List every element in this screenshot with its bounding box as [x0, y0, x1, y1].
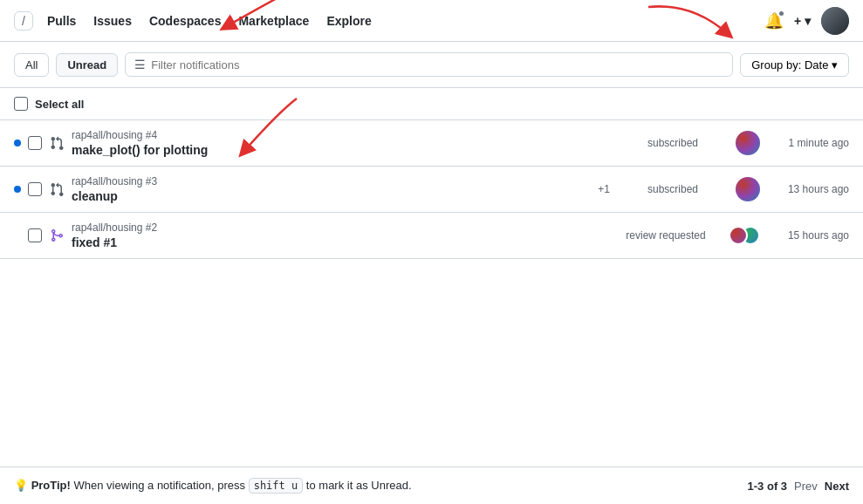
- pr-icon: [49, 135, 65, 151]
- notif-avatar-1: [729, 226, 748, 245]
- notif-content: rap4all/housing #4 make_plot() for plott…: [72, 129, 603, 157]
- row-checkbox[interactable]: [28, 182, 42, 196]
- footer: 💡 ProTip! When viewing a notification, p…: [0, 467, 863, 504]
- shortcut-kbd: shift u: [249, 478, 304, 494]
- nav-pulls[interactable]: Pulls: [47, 14, 76, 28]
- nav-issues[interactable]: Issues: [93, 14, 132, 28]
- notif-reason: subscribed: [620, 183, 725, 195]
- nav-right: 🔔 + ▾: [764, 7, 849, 35]
- notif-title[interactable]: make_plot() for plotting: [72, 143, 603, 157]
- unread-dot: [14, 232, 21, 239]
- table-row: rap4all/housing #3 cleanup +1 subscribed…: [0, 167, 863, 213]
- filter-bar: All Unread ☰ Group by: Date ▾: [0, 42, 863, 88]
- select-all-row: Select all: [0, 88, 863, 120]
- notif-content: rap4all/housing #2 fixed #1: [72, 221, 596, 249]
- protip-text: When viewing a notification, press: [71, 479, 249, 492]
- select-all-checkbox[interactable]: [14, 97, 28, 111]
- notif-time: 15 hours ago: [771, 229, 849, 242]
- top-nav: / Pulls Issues Codespaces Marketplace Ex…: [0, 0, 863, 42]
- table-row: rap4all/housing #4 make_plot() for plott…: [0, 120, 863, 167]
- notif-title[interactable]: cleanup: [72, 189, 591, 203]
- pr-icon: [49, 181, 65, 197]
- notif-avatar: [736, 177, 760, 201]
- bell-wrapper[interactable]: 🔔: [764, 11, 784, 31]
- notification-dot: [777, 10, 785, 17]
- nav-links: Pulls Issues Codespaces Marketplace Expl…: [47, 14, 764, 28]
- notif-meta: review requested 15 hours ago: [603, 226, 849, 245]
- notif-avatar-group: [729, 226, 760, 245]
- notif-title[interactable]: fixed #1: [72, 235, 596, 249]
- notif-repo: rap4all/housing #4: [72, 129, 603, 141]
- table-row: rap4all/housing #2 fixed #1 review reque…: [0, 213, 863, 259]
- nav-explore[interactable]: Explore: [326, 14, 371, 28]
- notif-content: rap4all/housing #3 cleanup: [72, 175, 591, 203]
- protip-suffix: to mark it as Unread.: [303, 479, 411, 492]
- notif-time: 13 hours ago: [771, 183, 849, 195]
- notif-time: 1 minute ago: [771, 137, 849, 149]
- slash-button[interactable]: /: [14, 11, 33, 31]
- select-all-label: Select all: [35, 98, 84, 111]
- filter-input[interactable]: [151, 58, 723, 72]
- avatar[interactable]: [821, 7, 849, 35]
- avatar-image: [821, 7, 849, 35]
- prev-button[interactable]: Prev: [794, 480, 818, 493]
- lightbulb-icon: 💡: [14, 479, 28, 492]
- filter-icon: ☰: [134, 58, 146, 72]
- nav-codespaces[interactable]: Codespaces: [149, 14, 221, 28]
- unread-tab[interactable]: Unread: [56, 53, 118, 77]
- new-menu-button[interactable]: + ▾: [794, 14, 811, 28]
- notif-repo: rap4all/housing #3: [72, 175, 591, 187]
- pr-closed-icon: [49, 228, 65, 243]
- notif-meta: +1 subscribed 13 hours ago: [598, 177, 849, 201]
- unread-dot: [14, 140, 21, 146]
- notif-reason: subscribed: [620, 137, 725, 149]
- protip-label: ProTip!: [31, 479, 71, 492]
- filter-input-wrap[interactable]: ☰: [125, 52, 733, 77]
- notif-avatar: [736, 131, 760, 155]
- all-tab[interactable]: All: [14, 53, 49, 77]
- protip: 💡 ProTip! When viewing a notification, p…: [14, 478, 748, 494]
- next-button[interactable]: Next: [825, 480, 849, 493]
- notification-list: rap4all/housing #4 make_plot() for plott…: [0, 120, 863, 259]
- row-checkbox[interactable]: [28, 136, 42, 150]
- row-checkbox[interactable]: [28, 228, 42, 242]
- pagination: 1-3 of 3 Prev Next: [748, 480, 849, 493]
- unread-dot: [14, 186, 21, 193]
- notif-repo: rap4all/housing #2: [72, 221, 596, 234]
- group-by-button[interactable]: Group by: Date ▾: [740, 53, 849, 77]
- page-count: 1-3 of 3: [748, 480, 788, 493]
- nav-marketplace[interactable]: Marketplace: [238, 14, 309, 28]
- notif-reason: review requested: [613, 229, 718, 242]
- notif-meta: subscribed 1 minute ago: [610, 131, 849, 155]
- notif-count: +1: [598, 183, 610, 195]
